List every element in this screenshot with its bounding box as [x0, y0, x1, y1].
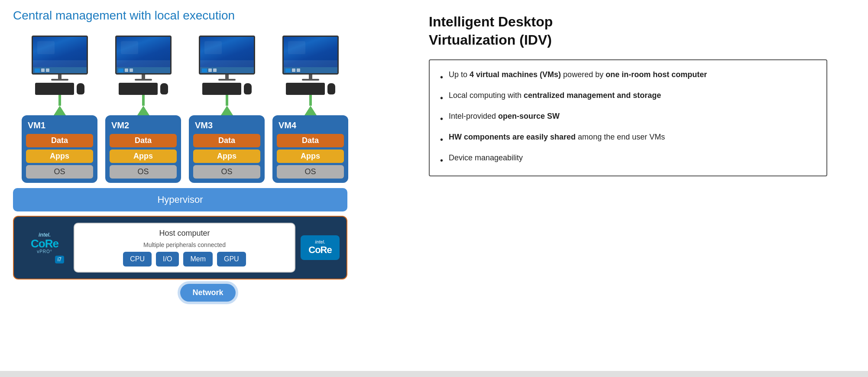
mouse-3 [244, 83, 252, 94]
vm-box-4: VM4 Data Apps OS [272, 115, 348, 183]
vm-box-2: VM2 Data Apps OS [105, 115, 181, 183]
bullet-1: • Up to 4 virtual machines (VMs) powered… [440, 69, 816, 84]
monitor-1 [22, 36, 97, 95]
bullet-text-5: Device manageability [449, 152, 816, 164]
arrow-1 [22, 95, 97, 115]
peripheral-cpu: CPU [123, 252, 152, 266]
bullet-text-3: Intel-provided open-source SW [449, 110, 816, 122]
monitor-2 [105, 36, 181, 95]
bullet-dot-5: • [440, 154, 449, 167]
peripheral-gpu: GPU [217, 252, 246, 266]
monitor-screen-2 [115, 36, 172, 75]
mouse-4 [327, 83, 335, 94]
right-title: Intelligent Desktop Virtualization (IDV) [429, 13, 855, 49]
bullet-2: • Local computing with centralized manag… [440, 90, 816, 104]
intel-badge-left: intel. CoRe vPRO° i7 [21, 228, 68, 267]
vm1-apps: Apps [26, 150, 93, 163]
monitor-stand-1 [51, 79, 68, 81]
arrow-head-4 [304, 106, 317, 115]
bullet-3: • Intel-provided open-source SW [440, 110, 816, 125]
bullet-5: • Device manageability [440, 152, 816, 167]
peripheral-io: I/O [156, 252, 179, 266]
arrow-shaft-3 [226, 95, 228, 106]
bullet-text-1: Up to 4 virtual machines (VMs) powered b… [449, 69, 816, 81]
bullet-text-2: Local computing with centralized managem… [449, 90, 816, 101]
vm3-title: VM3 [193, 120, 260, 130]
vm2-data: Data [110, 134, 177, 147]
bullet-dot-2: • [440, 91, 449, 104]
monitor-base-4 [309, 75, 312, 79]
vm-box-3: VM3 Data Apps OS [189, 115, 265, 183]
vm4-title: VM4 [277, 120, 344, 130]
bullet-text-4: HW components are easily shared among th… [449, 131, 816, 143]
arrow-head-3 [221, 106, 233, 115]
left-panel: Central management with local execution [13, 9, 403, 367]
vm4-os: OS [277, 165, 344, 179]
bullet-dot-3: • [440, 112, 449, 125]
vm3-os: OS [193, 165, 260, 179]
monitor-screen-1 [32, 36, 88, 75]
mouse-2 [160, 83, 168, 94]
monitors-row [13, 36, 403, 95]
arrow-shaft-2 [142, 95, 145, 106]
intel-badge-right: intel. CoRe [301, 235, 340, 260]
arrow-head-1 [54, 106, 66, 115]
keyboard-2 [119, 83, 158, 95]
network-cloud-container: Network [13, 284, 403, 302]
monitor-stand-3 [218, 79, 236, 81]
bullet-4: • HW components are easily shared among … [440, 131, 816, 146]
right-panel: Intelligent Desktop Virtualization (IDV)… [403, 9, 855, 367]
vm2-apps: Apps [110, 150, 177, 163]
monitor-base-3 [225, 75, 229, 79]
keyboard-3 [202, 83, 241, 95]
monitor-base-2 [142, 75, 145, 79]
monitor-stand-4 [302, 79, 319, 81]
arrow-shaft-4 [309, 95, 312, 106]
arrow-4 [272, 95, 348, 115]
vm3-apps: Apps [193, 150, 260, 163]
bottom-bar [0, 371, 868, 377]
vm2-os: OS [110, 165, 177, 179]
arrows-row [13, 95, 403, 115]
vm1-os: OS [26, 165, 93, 179]
intel-vpro: vPRO° [37, 249, 52, 254]
intel-core-right: CoRe [308, 244, 331, 256]
peripherals-row: CPU I/O Mem GPU [123, 252, 246, 266]
monitor-screen-4 [282, 36, 339, 75]
vm1-data: Data [26, 134, 93, 147]
hypervisor-bar: Hypervisor [13, 188, 347, 211]
keyboard-mouse-2 [119, 83, 168, 95]
keyboard-mouse-4 [286, 83, 335, 95]
keyboard-1 [35, 83, 74, 95]
vm4-data: Data [277, 134, 344, 147]
vm4-apps: Apps [277, 150, 344, 163]
right-title-line1: Intelligent Desktop [429, 14, 553, 29]
left-title: Central management with local execution [13, 9, 403, 23]
vm1-title: VM1 [26, 120, 93, 130]
vm-box-1: VM1 Data Apps OS [22, 115, 97, 183]
vms-row: VM1 Data Apps OS VM2 Data Apps OS VM3 Da… [13, 115, 403, 183]
intel-gen: i7 [55, 256, 64, 263]
bullet-dot-4: • [440, 133, 449, 146]
keyboard-mouse-1 [35, 83, 84, 95]
arrow-3 [189, 95, 265, 115]
vm2-title: VM2 [110, 120, 177, 130]
monitor-screen-3 [199, 36, 255, 75]
intel-core-left: CoRe [31, 238, 58, 249]
monitor-stand-2 [135, 79, 152, 81]
network-cloud: Network [180, 284, 235, 302]
arrow-2 [105, 95, 181, 115]
bullet-dot-1: • [440, 71, 449, 84]
keyboard-mouse-3 [202, 83, 252, 95]
host-inner: Host computer Multiple peripherals conne… [74, 223, 295, 273]
right-title-line2: Virtualization (IDV) [429, 32, 552, 48]
host-section: intel. CoRe vPRO° i7 Host computer Multi… [13, 216, 403, 280]
monitor-base-1 [58, 75, 62, 79]
peripheral-mem: Mem [183, 252, 213, 266]
monitor-4 [272, 36, 348, 95]
arrow-shaft-1 [58, 95, 61, 106]
intel-brand-right: intel. [315, 240, 325, 244]
host-title: Host computer [159, 229, 210, 238]
keyboard-4 [286, 83, 325, 95]
mouse-1 [77, 83, 84, 94]
